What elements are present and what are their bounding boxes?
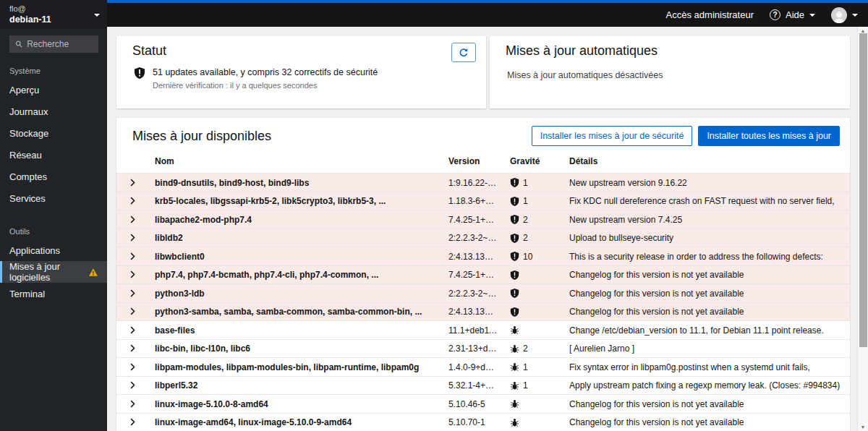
admin-access-button[interactable]: Accès administrateur [666,9,754,20]
expand-row-button[interactable] [126,195,140,206]
expand-row-button[interactable] [126,232,140,243]
chevron-right-icon [130,363,135,371]
table-row[interactable]: libwbclient02:4.13.13+dfsg...10This is a… [116,247,850,266]
nav-section-label: Système [0,57,107,79]
package-version: 1.18.3-6+deb1... [443,192,504,210]
expand-row-button[interactable] [126,362,140,372]
expand-row-button[interactable] [126,417,140,427]
expander-cell [116,395,149,414]
sidebar-item-apercu[interactable]: Aperçu [0,79,107,101]
host-switcher[interactable]: flo@ debian-11 [0,0,107,29]
auto-updates-title: Mises à jour automatiques [506,43,840,59]
table-row[interactable]: python3-ldb2:2.2.3-2~de...Changelog for … [116,284,850,303]
table-row[interactable]: libc-bin, libc-l10n, libc62.31-13+deb11.… [116,339,850,358]
sidebar-item-label: Applications [9,245,60,256]
table-row[interactable]: libpam-modules, libpam-modules-bin, libp… [116,358,850,377]
expand-row-button[interactable] [126,214,140,225]
severity-count: 1 [523,380,528,391]
expand-row-button[interactable] [126,325,140,336]
severity-count: 2 [523,215,528,225]
refresh-icon [459,48,469,58]
table-row[interactable]: linux-image-5.10.0-8-amd645.10.46-5Chang… [116,395,850,414]
expander-cell [116,265,149,284]
table-row[interactable]: libperl5.325.32.1-4+deb1...1Apply upstre… [116,376,850,395]
expand-row-button[interactable] [126,288,140,299]
scrollbar-down-arrow[interactable]: ▼ [858,424,868,430]
sidebar-item-stockage[interactable]: Stockage [0,122,107,144]
expand-row-button[interactable] [126,251,140,262]
sidebar-item-services[interactable]: Services [0,187,107,209]
severity-cell [504,284,563,303]
table-row[interactable]: linux-image-amd64, linux-image-5.10.0-9-… [116,413,850,431]
column-details: Détails [563,153,850,174]
help-icon: ? [770,9,780,20]
sidebar-item-mises-a-jour-logicielles[interactable]: Mises à jour logicielles [0,261,107,283]
admin-access-label: Accès administrateur [666,9,754,20]
sidebar-item-label: Stockage [9,128,48,139]
package-name: libldb2 [149,229,443,247]
table-row[interactable]: krb5-locales, libgssapi-krb5-2, libk5cry… [116,192,850,210]
package-name: php7.4, php7.4-bcmath, php7.4-cli, php7.… [149,265,443,284]
sidebar-item-label: Terminal [9,289,45,299]
expand-row-button[interactable] [126,306,140,317]
severity-cell [504,413,563,431]
package-version: 7.4.25-1+deb1... [443,210,504,229]
expander-cell [116,229,149,247]
column-name: Nom [149,153,443,174]
update-details: Upload to bullseye-security [563,229,850,247]
chevron-down-icon [809,14,815,17]
expander-cell [116,339,149,358]
sidebar-item-comptes[interactable]: Comptes [0,166,107,187]
package-name: krb5-locales, libgssapi-krb5-2, libk5cry… [149,192,443,210]
chevron-right-icon [130,307,135,315]
severity-cell: 1 [504,192,563,210]
package-version: 11.1+deb11u1 [443,321,504,340]
scrollbar-thumb[interactable] [859,33,867,347]
expander-cell [116,192,149,210]
severity-cell [504,302,563,321]
sidebar-item-label: Journaux [9,106,48,117]
severity-cell [504,321,563,340]
table-row[interactable]: base-files11.1+deb11u1Change /etc/debian… [116,321,850,340]
search-box[interactable] [9,35,98,53]
expand-row-button[interactable] [126,177,140,188]
help-label: Aide [786,9,804,20]
expander-cell [116,413,149,431]
chevron-down-icon [94,14,100,17]
table-row[interactable]: php7.4, php7.4-bcmath, php7.4-cli, php7.… [116,265,850,284]
update-details: Changelog for this version is not yet av… [563,265,850,284]
install-all-updates-button[interactable]: Installer toutes les mises à jour [698,126,840,146]
vertical-scrollbar[interactable]: ▲ ▼ [857,27,868,431]
expand-row-button[interactable] [126,269,140,280]
status-texts: 51 updates available, y compris 32 corre… [153,67,378,90]
sidebar-item-terminal[interactable]: Terminal [0,283,107,304]
search-input[interactable] [27,39,93,49]
sidebar-item-journaux[interactable]: Journaux [0,101,107,122]
package-name: libpam-modules, libpam-modules-bin, libp… [149,358,443,377]
table-row[interactable]: python3-samba, samba, samba-common, samb… [116,302,850,321]
sidebar-item-reseau[interactable]: Réseau [0,144,107,166]
table-row[interactable]: libapache2-mod-php7.47.4.25-1+deb1...2Ne… [116,210,850,229]
install-security-updates-button[interactable]: Installer les mises à jour de sécurité [532,126,693,146]
update-details: Apply upstream patch fixing a regexp mem… [563,376,850,395]
severity-count: 1 [523,362,528,372]
table-row[interactable]: bind9-dnsutils, bind9-host, bind9-libs1:… [116,174,850,192]
status-card-title: Statut [132,43,476,59]
sidebar-item-applications[interactable]: Applications [0,239,107,261]
package-name: python3-ldb [149,284,443,303]
bug-icon [510,399,519,409]
help-menu-button[interactable]: ? Aide [770,9,815,20]
chevron-right-icon [130,344,135,352]
table-row[interactable]: libldb22:2.2.3-2~de...2Upload to bullsey… [116,229,850,247]
chevron-right-icon [130,326,135,334]
user-menu-button[interactable] [831,7,858,23]
package-name: linux-image-amd64, linux-image-5.10.0-9-… [149,413,443,431]
expand-row-button[interactable] [126,380,140,391]
expand-row-button[interactable] [126,343,140,354]
severity-count: 1 [523,178,528,188]
security-shield-icon [510,289,519,298]
expand-row-button[interactable] [126,398,140,409]
refresh-button[interactable] [451,43,476,62]
chevron-down-icon [852,14,858,17]
scrollbar-up-arrow[interactable]: ▲ [858,28,868,33]
